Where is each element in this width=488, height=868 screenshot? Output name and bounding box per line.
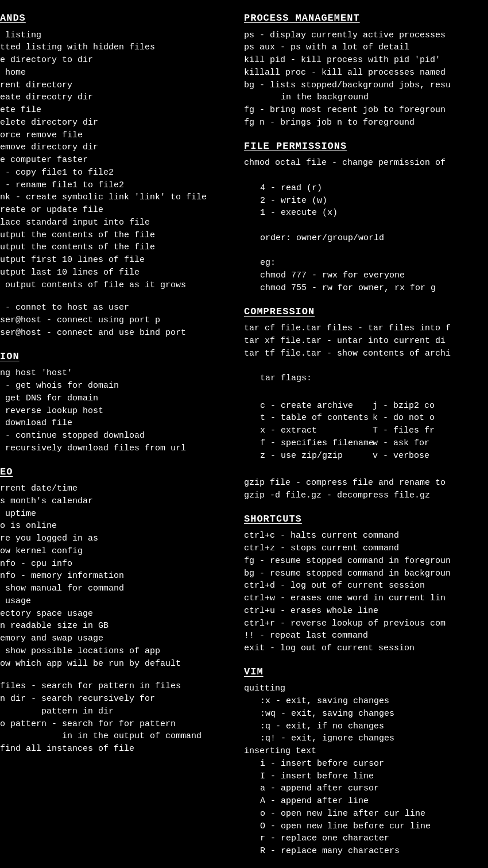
list-item: fg - bring most recent job to foregroun (244, 104, 485, 117)
list-item: ctrl+c - halts current command (244, 530, 485, 542)
list-item: ser@host - connect using port p (0, 314, 233, 327)
ssh-body: - connet to host as user ser@host - conn… (0, 302, 233, 339)
list-item: e computer faster (0, 154, 233, 167)
fileperm-title: FILE PERMISSIONS (244, 140, 485, 154)
list-item: ete file (0, 104, 233, 117)
list-item: R - replace many characters (244, 845, 485, 858)
search-body: files - search for pattern in files n di… (0, 680, 233, 755)
list-item: show manual for command (0, 582, 233, 595)
list-item: o - open new line after cur line (244, 808, 485, 820)
list-item: gzip -d file.gz - decompress file.gz (244, 489, 485, 502)
list-item: s month's calendar (0, 495, 233, 508)
list-item: recursively download files from url (0, 442, 233, 455)
list-item: :wq - exit, saving changes (244, 708, 485, 720)
list-item: rrent date/time (0, 483, 233, 495)
list-item: fg - resume stopped command in foregroun (244, 555, 485, 568)
left-column: ANDS listing tted listing with hidden fi… (0, 6, 238, 868)
list-item: pattern in dir (0, 705, 233, 718)
list-item: - copy file1 to file2 (0, 167, 233, 179)
ssh-section: - connet to host as user ser@host - conn… (0, 302, 233, 339)
compression-section: COMPRESSION tar cf file.tar files - tar … (244, 305, 485, 502)
list-item: - continue stopped download (0, 430, 233, 442)
list-item: r - replace one character (244, 832, 485, 845)
list-item: re you logged in as (0, 533, 233, 545)
list-item: t - table of contents (260, 412, 373, 425)
fileperm-eg-label: eg: (244, 257, 485, 269)
list-item: elete directory dir (0, 117, 233, 129)
list-item: fg n - brings job n to foreground (244, 117, 485, 129)
list-item: bg - resume stopped command in backgroun (244, 568, 485, 580)
shortcuts-title: SHORTCUTS (244, 512, 485, 527)
list-item: :x - exit, saving changes (244, 695, 485, 708)
list-item: tted listing with hidden files (0, 41, 233, 54)
list-item: k - do not o (373, 412, 485, 425)
commands-body: listing tted listing with hidden files e… (0, 29, 233, 292)
list-item: uptime (0, 508, 233, 520)
vim-quitting-label: quitting (244, 682, 485, 695)
list-item: :q - exit, if no changes (244, 720, 485, 733)
fileperm-order: order: owner/group/world (244, 232, 485, 245)
list-item: ow kernel config (0, 545, 233, 558)
list-item: i - insert before cursor (244, 758, 485, 770)
list-item: ps - display currently active processes (244, 29, 485, 42)
right-column: PROCESS MANAGEMENT ps - display currentl… (238, 6, 488, 868)
shortcuts-section: SHORTCUTS ctrl+c - halts current command… (244, 512, 485, 655)
network-section: ION ng host 'host' - get whois for domai… (0, 350, 233, 455)
list-item: lace standard input into file (0, 217, 233, 229)
list-item: n dir - search recursively for (0, 693, 233, 705)
list-item: usage (0, 595, 233, 608)
list-item: T - files fr (373, 425, 485, 437)
list-item: exit - log out of current session (244, 642, 485, 655)
list-item: 4 - read (r) (244, 182, 485, 195)
list-item: ctrl+w - erases one word in current lin (244, 592, 485, 605)
list-item: ctrl+d - log out of current session (244, 580, 485, 592)
list-item: eate direcotry dir (0, 91, 233, 104)
shortcuts-body: ctrl+c - halts current command ctrl+z - … (244, 530, 485, 655)
list-item: ser@host - connect and use bind port (0, 327, 233, 340)
list-item: - connet to host as user (0, 302, 233, 314)
list-item: w - ask for (373, 437, 485, 450)
list-item: f - specifies filename (260, 437, 373, 450)
sysinfo-body: rrent date/time s month's calendar uptim… (0, 483, 233, 670)
list-item: emove directory dir (0, 141, 233, 154)
list-item: bg - lists stopped/background jobs, resu (244, 79, 485, 92)
list-item: nfo - memory information (0, 570, 233, 582)
list-item: ctrl+u - erases whole line (244, 605, 485, 618)
list-item: e directory to dir (0, 54, 233, 67)
list-item: O - open new line before cur line (244, 820, 485, 833)
list-item: ctrl+z - stops current command (244, 542, 485, 555)
list-item: c - create archive (260, 400, 373, 412)
list-item: tar tf file.tar - show contents of archi (244, 348, 485, 360)
list-item: utput last 10 lines of file (0, 267, 233, 279)
list-item: get DNS for domain (0, 392, 233, 405)
list-item: kill pid - kill process with pid 'pid' (244, 54, 485, 67)
list-item: listing (0, 29, 233, 42)
process-title: PROCESS MANAGEMENT (244, 11, 485, 26)
list-item: ctrl+r - reverse lookup of previous com (244, 618, 485, 630)
tar-flags-grid: c - create archive j - bzip2 co t - tabl… (244, 400, 485, 462)
list-item: o pattern - search for for pattern (0, 718, 233, 731)
compression-body: tar cf file.tar files - tar files into f… (244, 322, 485, 502)
list-item: A - append after line (244, 795, 485, 808)
list-item: ow which app will be run by default (0, 658, 233, 670)
list-item: a - append after cursor (244, 782, 485, 795)
list-item: utput the contents of the file (0, 241, 233, 254)
list-item: - rename file1 to file2 (0, 179, 233, 192)
list-item: home (0, 67, 233, 79)
list-item: z - use zip/gzip (260, 450, 373, 462)
list-item: n readable size in GB (0, 620, 233, 632)
list-item: ng host 'host' (0, 367, 233, 380)
list-item: tar xf file.tar - untar into current di (244, 335, 485, 348)
list-item: gzip file - compress file and rename to (244, 477, 485, 489)
list-item: nk - create symbolic link 'link' to file (0, 191, 233, 204)
list-item: emory and swap usage (0, 632, 233, 645)
list-item: nfo - cpu info (0, 558, 233, 570)
list-item: in in the output of command (0, 730, 233, 743)
list-item: chmod 777 - rwx for everyone (244, 269, 485, 282)
list-item: output contents of file as it grows (0, 279, 233, 292)
sysinfo-section: EO rrent date/time s month's calendar up… (0, 465, 233, 670)
list-item: - get whois for domain (0, 380, 233, 392)
commands-section: ANDS listing tted listing with hidden fi… (0, 11, 233, 291)
network-title: ION (0, 350, 233, 364)
commands-title: ANDS (0, 11, 233, 26)
